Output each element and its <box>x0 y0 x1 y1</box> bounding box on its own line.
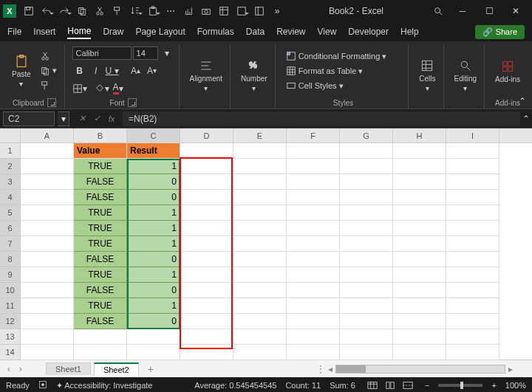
close-button[interactable]: ✕ <box>502 2 529 20</box>
cell-F4[interactable] <box>287 190 340 205</box>
cell-I2[interactable] <box>446 159 499 174</box>
cell-D11[interactable] <box>180 298 233 314</box>
cell-F14[interactable] <box>287 345 340 360</box>
cell-C8[interactable]: 0 <box>127 252 180 267</box>
cell-A11[interactable] <box>21 298 74 314</box>
tab-formulas[interactable]: Formulas <box>197 25 234 38</box>
cell-E5[interactable] <box>233 205 287 221</box>
col-header-f[interactable]: F <box>287 128 340 143</box>
qat-freeze-icon[interactable] <box>251 3 267 19</box>
cell-C4[interactable]: 0 <box>127 190 180 205</box>
qat-paste-icon[interactable] <box>145 3 161 19</box>
cell-A5[interactable] <box>21 205 74 221</box>
paste-button[interactable]: Paste ▾ <box>9 52 34 89</box>
formula-input[interactable] <box>123 111 520 126</box>
sheet-tab-sheet1[interactable]: Sheet1 <box>46 362 91 375</box>
copy-button[interactable]: ▾ <box>37 64 60 78</box>
tab-data[interactable]: Data <box>246 25 265 38</box>
row-header-11[interactable]: 11 <box>0 298 20 314</box>
cell-I13[interactable] <box>446 329 499 345</box>
tab-page-layout[interactable]: Page Layout <box>135 25 185 38</box>
cell-D12[interactable] <box>180 314 233 329</box>
cell-H1[interactable] <box>393 143 446 159</box>
qat-pivot-icon[interactable] <box>216 3 232 19</box>
cell-C11[interactable]: 1 <box>127 298 180 314</box>
cell-E10[interactable] <box>233 283 287 298</box>
page-layout-view-icon[interactable] <box>382 379 398 391</box>
cell-A14[interactable] <box>21 345 74 360</box>
cell-H5[interactable] <box>393 205 446 221</box>
cell-H8[interactable] <box>393 252 446 267</box>
cell-F11[interactable] <box>287 298 340 314</box>
row-header-9[interactable]: 9 <box>0 267 20 283</box>
cell-C3[interactable]: 0 <box>127 174 180 190</box>
cell-D1[interactable] <box>180 143 233 159</box>
cell-G10[interactable] <box>340 283 393 298</box>
row-header-12[interactable]: 12 <box>0 314 20 329</box>
cell-A13[interactable] <box>21 329 74 345</box>
cell-C9[interactable]: 1 <box>127 267 180 283</box>
font-size-select[interactable] <box>133 47 158 60</box>
cell-A2[interactable] <box>21 159 74 174</box>
cell-E11[interactable] <box>233 298 287 314</box>
cell-B4[interactable]: FALSE <box>74 190 127 205</box>
cell-A10[interactable] <box>21 283 74 298</box>
cell-F5[interactable] <box>287 205 340 221</box>
cell-G2[interactable] <box>340 159 393 174</box>
redo-icon[interactable] <box>56 3 72 19</box>
cell-F6[interactable] <box>287 221 340 236</box>
cell-C6[interactable]: 1 <box>127 221 180 236</box>
cell-B1[interactable]: Value <box>74 143 127 159</box>
cell-E12[interactable] <box>233 314 287 329</box>
cell-B12[interactable]: FALSE <box>74 314 127 329</box>
cell-G5[interactable] <box>340 205 393 221</box>
cell-G6[interactable] <box>340 221 393 236</box>
minimize-button[interactable]: ─ <box>449 2 476 20</box>
italic-button[interactable]: I <box>89 63 103 78</box>
scroll-left-icon[interactable]: ◂ <box>328 364 332 374</box>
cell-C2[interactable]: 1 <box>127 159 180 174</box>
increase-font-button[interactable]: A▴ <box>129 63 143 78</box>
cell-I4[interactable] <box>446 190 499 205</box>
cell-styles-button[interactable]: Cell Styles ▾ <box>283 79 390 92</box>
cell-E8[interactable] <box>233 252 287 267</box>
cell-B14[interactable] <box>74 345 127 360</box>
cell-G12[interactable] <box>340 314 393 329</box>
row-header-2[interactable]: 2 <box>0 159 20 174</box>
cell-A8[interactable] <box>21 252 74 267</box>
normal-view-icon[interactable] <box>364 379 381 391</box>
col-header-i[interactable]: I <box>446 128 499 143</box>
col-header-d[interactable]: D <box>180 128 233 143</box>
zoom-in-button[interactable]: + <box>491 381 496 390</box>
enter-formula-icon[interactable]: ✓ <box>90 112 103 125</box>
cell-F1[interactable] <box>287 143 340 159</box>
cell-F10[interactable] <box>287 283 340 298</box>
zoom-out-button[interactable]: − <box>425 381 429 390</box>
cell-E3[interactable] <box>233 174 287 190</box>
select-all-corner[interactable] <box>0 128 21 143</box>
cell-H2[interactable] <box>393 159 446 174</box>
cell-G11[interactable] <box>340 298 393 314</box>
cell-B13[interactable] <box>74 329 127 345</box>
cell-H9[interactable] <box>393 267 446 283</box>
row-header-7[interactable]: 7 <box>0 236 20 252</box>
cells-button[interactable]: Cells ▾ <box>416 57 438 94</box>
cell-A9[interactable] <box>21 267 74 283</box>
cell-I1[interactable] <box>446 143 499 159</box>
qat-borders-icon[interactable] <box>233 3 250 19</box>
cell-B9[interactable]: TRUE <box>74 267 127 283</box>
cut-button[interactable] <box>37 49 60 63</box>
tab-file[interactable]: File <box>7 25 21 38</box>
row-header-10[interactable]: 10 <box>0 283 20 298</box>
cell-E9[interactable] <box>233 267 287 283</box>
cell-C5[interactable]: 1 <box>127 205 180 221</box>
cell-B7[interactable]: TRUE <box>74 236 127 252</box>
cell-B8[interactable]: FALSE <box>74 252 127 267</box>
cell-H4[interactable] <box>393 190 446 205</box>
tab-review[interactable]: Review <box>276 25 305 38</box>
row-header-5[interactable]: 5 <box>0 205 20 221</box>
name-box-dropdown[interactable]: ▾ <box>58 111 69 126</box>
cell-H12[interactable] <box>393 314 446 329</box>
scroll-right-icon[interactable]: ▸ <box>508 364 513 374</box>
sheet-tabs-menu-icon[interactable]: ⋮ <box>316 364 325 374</box>
